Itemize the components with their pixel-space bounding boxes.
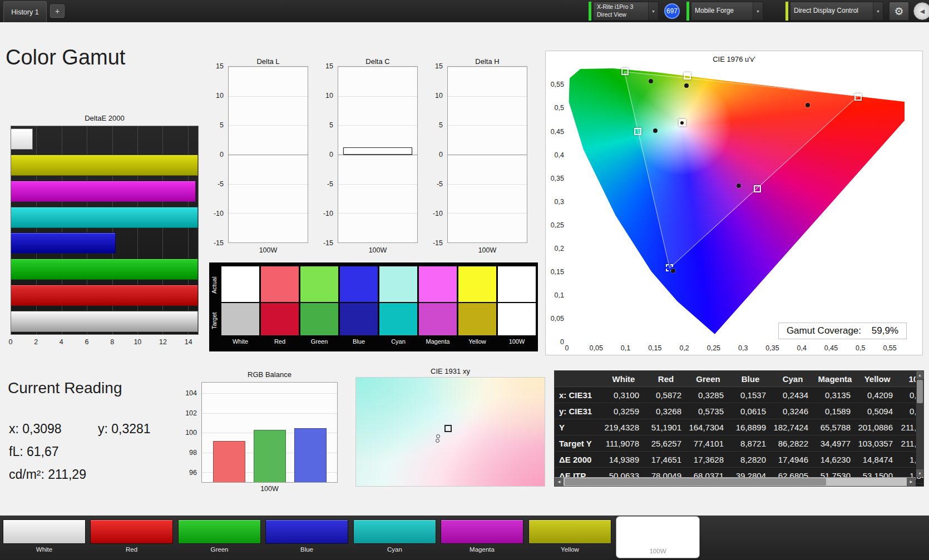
add-tab-button[interactable]: + bbox=[50, 4, 65, 18]
patch-button-yellow[interactable]: Yellow bbox=[528, 519, 611, 557]
patch-color bbox=[441, 519, 523, 544]
cell-value: 8,8721 bbox=[729, 435, 772, 451]
display-control-dropdown[interactable]: Direct Display Control ▼ bbox=[790, 2, 883, 21]
vertical-scrollbar[interactable]: ▲ ▼ bbox=[916, 371, 923, 477]
patch-button-100w[interactable]: 100W bbox=[616, 517, 699, 558]
actual-swatch bbox=[379, 266, 417, 302]
x-tick-label: 0,1 bbox=[621, 344, 630, 352]
gridline bbox=[448, 242, 527, 243]
target-marker-green bbox=[621, 68, 629, 75]
column-header-magenta: Magenta bbox=[814, 371, 856, 386]
patch-button-cyan[interactable]: Cyan bbox=[353, 519, 436, 557]
y-tick-label: 10 bbox=[325, 92, 333, 100]
y-tick-label: 0,45 bbox=[551, 128, 564, 136]
target-swatch bbox=[498, 303, 536, 335]
source-dropdown[interactable]: Mobile Forge ▼ bbox=[691, 2, 763, 21]
patch-label: White bbox=[3, 546, 86, 553]
x-tick-label: 10 bbox=[134, 338, 141, 346]
scroll-right-icon[interactable]: ► bbox=[907, 478, 916, 486]
reading-x-value: x: 0,3098 bbox=[9, 422, 62, 437]
chevron-down-icon: ▼ bbox=[873, 2, 883, 20]
scrollbar-thumb[interactable] bbox=[917, 380, 923, 403]
compare-label: Cyan bbox=[379, 338, 417, 345]
table-row: x: CIE310,31000,58720,32850,15370,24340,… bbox=[555, 387, 924, 403]
patch-button-white[interactable]: White bbox=[3, 519, 86, 557]
deltae-bar-100w bbox=[11, 128, 33, 150]
y-tick-label: 104 bbox=[185, 389, 197, 397]
meter-dropdown[interactable]: X-Rite i1Pro 3 Direct View ▼ bbox=[593, 2, 659, 21]
actual-swatch bbox=[498, 266, 536, 302]
gridline bbox=[229, 67, 308, 67]
y-axis-labels: 1041021009896 bbox=[179, 382, 199, 483]
x-tick-label: 0,45 bbox=[824, 344, 838, 352]
chart-title: RGB Balance bbox=[201, 370, 338, 379]
measured-point-green bbox=[649, 79, 653, 83]
chart-title: CIE 1976 u'v' bbox=[546, 55, 922, 63]
target-square bbox=[444, 425, 452, 432]
x-tick-label: 0 bbox=[565, 344, 569, 352]
patch-button-magenta[interactable]: Magenta bbox=[441, 519, 523, 557]
patch-label: Magenta bbox=[441, 546, 523, 553]
compare-column-magenta: Magenta bbox=[419, 266, 457, 345]
scroll-down-icon[interactable]: ▼ bbox=[916, 469, 923, 477]
axis-category-label: 100W bbox=[447, 246, 527, 254]
scroll-up-icon[interactable]: ▲ bbox=[916, 371, 923, 379]
y-tick-label: 10 bbox=[216, 92, 224, 100]
cell-value: 111,9078 bbox=[602, 435, 645, 451]
reading-cd-value: cd/m²: 211,29 bbox=[9, 467, 86, 482]
rgb-bar-blue bbox=[294, 428, 327, 482]
chart-title: Delta H bbox=[447, 57, 527, 66]
y-tick-label: 100 bbox=[185, 429, 197, 437]
axis-category-label: 100W bbox=[228, 246, 308, 254]
gridline bbox=[338, 96, 417, 97]
y-tick-label: -5 bbox=[437, 180, 443, 188]
patch-color bbox=[616, 519, 699, 546]
compare-label: Red bbox=[261, 338, 299, 345]
target-gamut-triangle bbox=[567, 68, 905, 342]
collapse-panel-button[interactable]: ◀ bbox=[913, 2, 929, 20]
cell-value: 0,1537 bbox=[729, 387, 772, 403]
patch-button-blue[interactable]: Blue bbox=[265, 519, 348, 557]
white-point-dot bbox=[680, 121, 684, 125]
tab-history-1[interactable]: History 1 bbox=[3, 1, 47, 22]
measurement-count-badge[interactable]: 697 bbox=[664, 3, 680, 19]
cell-value: 65,5788 bbox=[814, 419, 856, 435]
scrollbar-thumb[interactable] bbox=[565, 478, 826, 485]
actual-swatch bbox=[261, 266, 299, 302]
patch-label: Cyan bbox=[353, 546, 436, 553]
cell-value: 0,2434 bbox=[772, 387, 814, 403]
patch-button-red[interactable]: Red bbox=[90, 519, 173, 557]
cell-value: 0,3259 bbox=[602, 403, 645, 419]
y-axis-labels: 151050-5-10-15 bbox=[426, 66, 445, 243]
patch-button-green[interactable]: Green bbox=[178, 519, 261, 557]
rgb-bar-green bbox=[254, 430, 286, 482]
y-tick-label: -10 bbox=[433, 210, 443, 217]
gridline bbox=[338, 155, 417, 155]
gamut-coverage-value: 59,9% bbox=[872, 325, 898, 336]
y-tick-label: 15 bbox=[435, 62, 443, 70]
y-tick-label: 0,2 bbox=[555, 245, 564, 252]
cell-value: 0,3246 bbox=[772, 403, 814, 419]
target-swatch bbox=[419, 303, 457, 335]
column-header-yellow: Yellow bbox=[856, 371, 898, 386]
gridline bbox=[448, 67, 527, 67]
gridline bbox=[229, 213, 308, 214]
x-tick-label: 6 bbox=[85, 338, 89, 346]
settings-button[interactable]: ⚙ bbox=[889, 2, 909, 21]
y-tick-label: 96 bbox=[189, 469, 197, 477]
gridline bbox=[202, 393, 337, 394]
x-tick-label: 4 bbox=[60, 338, 63, 346]
gridline bbox=[338, 213, 417, 214]
cell-value: 17,4946 bbox=[772, 452, 814, 467]
gridline bbox=[229, 184, 308, 185]
delta-l-plot bbox=[228, 66, 308, 243]
y-axis-labels: 00,050,10,150,20,250,30,350,40,450,50,55 bbox=[547, 68, 565, 342]
cell-value: 77,4101 bbox=[687, 435, 729, 451]
scroll-left-icon[interactable]: ◄ bbox=[555, 478, 564, 486]
horizontal-scrollbar[interactable]: ◄ ► bbox=[555, 477, 916, 486]
target-marker-cyan bbox=[634, 128, 641, 135]
x-tick-label: 0,35 bbox=[765, 344, 779, 352]
actual-swatch bbox=[340, 266, 378, 302]
target-marker-red bbox=[854, 93, 862, 101]
x-tick-label: 8 bbox=[110, 338, 114, 346]
